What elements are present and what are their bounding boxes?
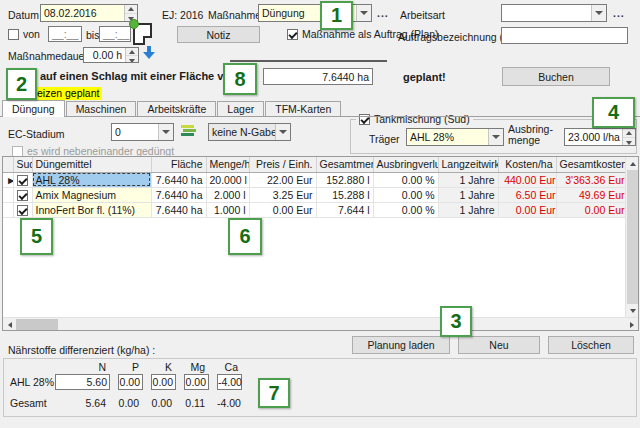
arbeitsart-more-button[interactable]: ...	[613, 7, 625, 19]
loeschen-button[interactable]: Löschen	[548, 336, 634, 354]
flaeche-cell[interactable]: 7.6440 ha	[151, 202, 206, 217]
scroll-right-icon[interactable]	[625, 318, 638, 331]
column-header-flaeche[interactable]: Fläche	[151, 157, 206, 172]
ausbringmenge-input[interactable]: 23.000 l/ha	[564, 128, 636, 146]
chevron-down-icon[interactable]	[356, 5, 371, 21]
nutrient-p-input[interactable]: 0.00	[118, 374, 143, 390]
checkbox-icon[interactable]	[12, 146, 23, 157]
kosten-ha-cell[interactable]: 0.00 Eur	[498, 202, 556, 217]
sud-cell[interactable]	[13, 202, 32, 217]
dauer-input[interactable]: 0.00 h	[83, 47, 139, 63]
chevron-down-icon[interactable]	[488, 129, 503, 145]
column-header-gesamtkosten[interactable]: Gesamtkosten	[556, 157, 625, 172]
tab-lager[interactable]: Lager	[217, 101, 264, 116]
gesamtkosten-cell[interactable]: 3'363.36 Eur	[556, 172, 625, 187]
auftragsbez-input[interactable]	[501, 27, 628, 44]
flaeche-cell[interactable]: 7.6440 ha	[151, 172, 206, 187]
ec-stadium-combo[interactable]: 0	[111, 123, 174, 141]
gesamtkosten-cell[interactable]: 0.00 Eur	[556, 202, 625, 217]
notiz-button[interactable]: Notiz	[177, 26, 260, 43]
kosten-ha-cell[interactable]: 440.00 Eur	[498, 172, 556, 187]
langzeit-cell[interactable]: 1 Jahre	[438, 187, 498, 202]
tab-tfm-karten[interactable]: TFM-Karten	[265, 101, 341, 116]
checkbox-checked-icon[interactable]	[287, 29, 298, 40]
fertilizer-name-cell[interactable]: InnoFert Bor fl. (11%)	[32, 202, 151, 217]
menge-cell[interactable]: 2.000 l	[206, 187, 249, 202]
massnahme-more-button[interactable]: ...	[377, 7, 389, 19]
chevron-down-icon[interactable]	[275, 124, 290, 140]
checkbox-checked-icon[interactable]	[17, 205, 28, 216]
scrollbar-thumb[interactable]	[16, 319, 58, 330]
massnahme-combo[interactable]: Düngung	[258, 4, 372, 22]
column-header-gesamtmenge[interactable]: Gesamtmenge	[316, 157, 373, 172]
spin-up-icon[interactable]	[623, 129, 635, 138]
nutrient-k-input[interactable]: 0.00	[151, 374, 176, 390]
checkbox-icon[interactable]	[8, 29, 19, 40]
menge-cell[interactable]: 1.000 l	[206, 202, 249, 217]
note-icon[interactable]	[133, 23, 152, 45]
flaeche-cell[interactable]: 7.6440 ha	[151, 187, 206, 202]
spin-down-icon[interactable]	[126, 56, 138, 63]
flaeche-field[interactable]: 7.6440 ha	[263, 68, 373, 85]
preis-cell[interactable]: 22.00 Eur	[249, 172, 316, 187]
nutrient-mg-input[interactable]: 0.00	[184, 374, 209, 390]
nutrient-n-input[interactable]: 5.60	[55, 374, 110, 390]
tab-duengung[interactable]: Düngung	[2, 100, 65, 117]
langzeit-cell[interactable]: 1 Jahre	[438, 172, 498, 187]
fertilizer-name-cell[interactable]: AHL 28%	[32, 172, 151, 187]
gesamtmenge-cell[interactable]: 152.880 l	[316, 172, 373, 187]
verluste-cell[interactable]: 0.00 %	[373, 187, 438, 202]
scrollbar-thumb[interactable]	[627, 170, 638, 304]
datum-input[interactable]: 08.02.2016	[40, 4, 138, 22]
menge-cell[interactable]: 20.000 l	[206, 172, 249, 187]
time-to-input[interactable]: __:__	[99, 26, 131, 42]
verluste-cell[interactable]: 0.00 %	[373, 202, 438, 217]
gesamtmenge-cell[interactable]: 7.644 l	[316, 202, 373, 217]
levels-icon[interactable]	[181, 124, 196, 138]
neu-button[interactable]: Neu	[458, 336, 540, 354]
arbeitsart-combo[interactable]	[501, 4, 607, 22]
fertilizer-name-cell[interactable]: Amix Magnesium	[32, 187, 151, 202]
sud-cell[interactable]	[13, 187, 32, 202]
column-header-ausbringverluste[interactable]: Ausbringverluste	[373, 157, 438, 172]
fertilizer-row[interactable]: Amix Magnesium 7.6440 ha 2.000 l 3.25 Eu…	[3, 187, 625, 202]
column-header-menge[interactable]: Menge/ha	[206, 157, 249, 172]
planung-laden-button[interactable]: Planung laden	[352, 336, 450, 354]
dauer-spinner[interactable]	[125, 48, 138, 62]
von-checkbox[interactable]: von	[8, 28, 40, 40]
horizontal-scrollbar[interactable]	[3, 317, 638, 330]
nutrient-ca-input[interactable]: -4.00	[217, 374, 242, 390]
preis-cell[interactable]: 3.25 Eur	[249, 187, 316, 202]
scroll-left-icon[interactable]	[3, 318, 16, 331]
traeger-combo[interactable]: AHL 28%	[406, 128, 504, 146]
sud-cell[interactable]	[13, 172, 32, 187]
tab-maschinen[interactable]: Maschinen	[66, 101, 137, 116]
fertilizer-row[interactable]: ► AHL 28% 7.6440 ha 20.000 l 22.00 Eur 1…	[3, 172, 625, 187]
langzeit-cell[interactable]: 1 Jahre	[438, 202, 498, 217]
vertical-scrollbar[interactable]	[625, 157, 638, 317]
column-header-langzeitwirkung[interactable]: Langzeitwirkung	[438, 157, 498, 172]
gesamtmenge-cell[interactable]: 15.288 l	[316, 187, 373, 202]
checkbox-checked-icon[interactable]	[17, 175, 28, 186]
kosten-ha-cell[interactable]: 6.50 Eur	[498, 187, 556, 202]
gesamtkosten-cell[interactable]: 49.69 Eur	[556, 187, 625, 202]
fertilizer-row[interactable]: InnoFert Bor fl. (11%) 7.6440 ha 1.000 l…	[3, 202, 625, 217]
preis-cell[interactable]: 0.00 Eur	[249, 202, 316, 217]
n-gabe-combo[interactable]: keine N-Gabe	[208, 123, 291, 141]
spin-up-icon[interactable]	[126, 48, 138, 56]
scroll-up-icon[interactable]	[626, 157, 639, 170]
tankmischung-checkbox[interactable]: Tankmischung (Sud)	[356, 113, 473, 125]
verluste-cell[interactable]: 0.00 %	[373, 172, 438, 187]
column-header-preis[interactable]: Preis / Einh.	[249, 157, 316, 172]
buchen-button[interactable]: Buchen	[502, 67, 610, 86]
ausbringmenge-spinner[interactable]	[622, 129, 635, 145]
column-header-duengemittel[interactable]: Düngemittel	[32, 157, 151, 172]
chevron-down-icon[interactable]	[591, 5, 606, 21]
column-header-kosten-ha[interactable]: Kosten/ha	[498, 157, 556, 172]
time-from-input[interactable]: __:__	[48, 26, 82, 42]
spin-up-icon[interactable]	[125, 5, 137, 14]
spin-down-icon[interactable]	[623, 138, 635, 146]
tab-arbeitskraefte[interactable]: Arbeitskräfte	[137, 101, 216, 116]
column-header-sud[interactable]: Sud	[13, 157, 32, 172]
checkbox-checked-icon[interactable]	[17, 190, 28, 201]
